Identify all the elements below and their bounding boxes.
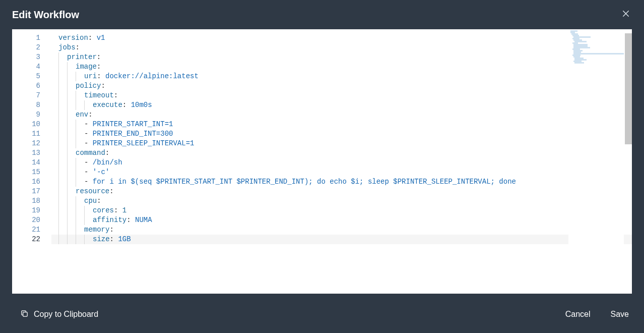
- code-line[interactable]: cores: 1: [51, 206, 632, 215]
- code-line[interactable]: printer:: [51, 52, 632, 62]
- line-number: 20: [12, 215, 40, 225]
- code-content[interactable]: version: v1jobs:printer:image:uri: docke…: [51, 33, 632, 294]
- line-number: 15: [12, 168, 40, 177]
- code-line[interactable]: affinity: NUMA: [51, 215, 632, 225]
- copy-to-clipboard-button[interactable]: Copy to Clipboard: [20, 309, 98, 320]
- code-line[interactable]: - PRINTER_SLEEP_INTERVAL=1: [51, 139, 632, 148]
- cancel-button[interactable]: Cancel: [562, 307, 594, 322]
- code-line[interactable]: - for i in $(seq $PRINTER_START_INT $PRI…: [51, 177, 632, 187]
- line-number: 10: [12, 120, 40, 129]
- line-number: 5: [12, 72, 40, 81]
- line-number-gutter: 12345678910111213141516171819202122: [12, 33, 51, 294]
- close-button[interactable]: [620, 9, 632, 21]
- line-number: 17: [12, 187, 40, 196]
- line-number: 8: [12, 100, 40, 110]
- code-line[interactable]: resource:: [51, 187, 632, 196]
- code-line[interactable]: uri: docker://alpine:latest: [51, 72, 632, 81]
- code-line[interactable]: - '-c': [51, 168, 632, 177]
- line-number: 2: [12, 43, 40, 52]
- line-number: 14: [12, 158, 40, 168]
- line-number: 21: [12, 225, 40, 235]
- close-icon: [621, 9, 630, 20]
- copy-icon: [20, 309, 29, 320]
- code-line[interactable]: - PRINTER_START_INT=1: [51, 120, 632, 129]
- dialog-title: Edit Workflow: [12, 9, 79, 21]
- code-line[interactable]: jobs:: [51, 43, 632, 52]
- code-line[interactable]: version: v1: [51, 33, 632, 43]
- line-number: 6: [12, 81, 40, 91]
- code-line[interactable]: policy:: [51, 81, 632, 91]
- line-number: 13: [12, 148, 40, 158]
- code-line[interactable]: cpu:: [51, 196, 632, 206]
- line-number: 11: [12, 129, 40, 139]
- code-line[interactable]: execute: 10m0s: [51, 100, 632, 110]
- code-line[interactable]: memory:: [51, 225, 632, 235]
- line-number: 19: [12, 206, 40, 215]
- minimap[interactable]: [568, 29, 624, 294]
- code-line[interactable]: timeout:: [51, 91, 632, 100]
- code-line[interactable]: - /bin/sh: [51, 158, 632, 168]
- line-number: 9: [12, 110, 40, 120]
- save-button[interactable]: Save: [608, 307, 632, 322]
- line-number: 22: [12, 235, 40, 244]
- dialog-footer: Copy to Clipboard Cancel Save: [0, 298, 644, 333]
- line-number: 7: [12, 91, 40, 100]
- footer-actions: Cancel Save: [562, 307, 632, 322]
- line-number: 16: [12, 177, 40, 187]
- code-line[interactable]: size: 1GB: [51, 235, 632, 244]
- svg-rect-2: [23, 312, 28, 316]
- code-line[interactable]: command:: [51, 148, 632, 158]
- copy-label: Copy to Clipboard: [34, 310, 98, 319]
- line-number: 3: [12, 52, 40, 62]
- code-editor[interactable]: 12345678910111213141516171819202122 vers…: [12, 29, 632, 294]
- code-line[interactable]: env:: [51, 110, 632, 120]
- line-number: 1: [12, 33, 40, 43]
- code-line[interactable]: - PRINTER_END_INT=300: [51, 129, 632, 139]
- dialog-header: Edit Workflow: [0, 0, 644, 29]
- line-number: 12: [12, 139, 40, 148]
- code-line[interactable]: image:: [51, 62, 632, 72]
- line-number: 4: [12, 62, 40, 72]
- scrollbar-thumb[interactable]: [625, 33, 632, 144]
- line-number: 18: [12, 196, 40, 206]
